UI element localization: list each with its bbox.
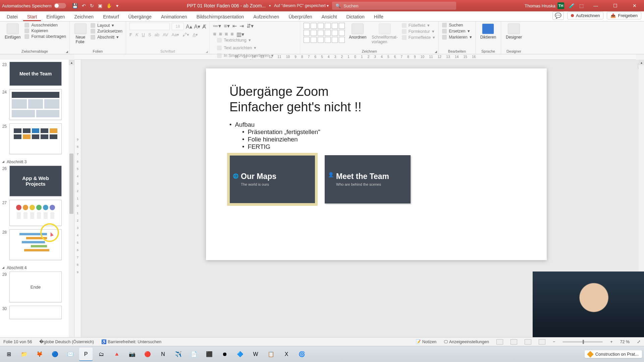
dictate-button[interactable]: Diktieren	[479, 23, 497, 40]
expand-icon[interactable]: ◢	[206, 50, 208, 53]
tab-datei[interactable]: Datei	[3, 12, 22, 21]
thumbs-scrollbar[interactable]: ▴ ▾	[69, 60, 74, 352]
powerpoint-icon[interactable]: P	[79, 348, 93, 361]
vlc-icon[interactable]: 🔺	[110, 348, 123, 361]
app-icon[interactable]: 🔷	[233, 348, 247, 361]
record-button[interactable]: Aufzeichnen	[567, 12, 604, 19]
outlook-icon[interactable]: ✉️	[64, 348, 77, 361]
language-status[interactable]: �globe Deutsch (Österreich)	[39, 339, 94, 344]
tab-aufzeichnen[interactable]: Aufzeichnen	[249, 12, 283, 21]
firefox-icon[interactable]: 🦊	[33, 348, 46, 361]
display-settings-button[interactable]: 🖵 Anzeigeeinstellungen	[444, 340, 489, 344]
italic-button[interactable]: K	[136, 32, 139, 37]
numbering-icon[interactable]: ≡▾	[224, 23, 229, 29]
zoom-slider[interactable]	[562, 341, 603, 343]
maximize-button[interactable]: ☐	[608, 0, 623, 11]
windows-taskbar[interactable]: ⊞ 📁 🦊 🔵 ✉️ P 🗂 🔺 📷 🔴 N ✈️ 📄 ⬛ ⏺ 🔷 W 📋 X …	[0, 346, 644, 362]
slide-thumb-27[interactable]	[9, 200, 62, 226]
app-icon[interactable]: 📋	[264, 348, 278, 361]
shape-effects-button[interactable]: Formeffekte ▾	[402, 35, 435, 40]
align-right-icon[interactable]: ≡	[225, 31, 228, 38]
slide-thumb-29[interactable]: Ende	[9, 272, 62, 302]
account-button[interactable]: Thomas Hruska TH	[525, 2, 564, 9]
zoom-level[interactable]: 72 %	[620, 340, 630, 344]
telegram-icon[interactable]: ✈️	[172, 348, 185, 361]
tab-zeichnen[interactable]: Zeichnen	[70, 12, 98, 21]
app-icon[interactable]: 📷	[125, 348, 139, 361]
minimize-button[interactable]: —	[588, 0, 603, 11]
increase-font-icon[interactable]: A▴	[186, 23, 192, 30]
slide-thumb-30[interactable]	[9, 306, 62, 319]
save-icon[interactable]: 💾	[72, 3, 78, 8]
onenote-icon[interactable]: N	[156, 348, 170, 361]
underline-button[interactable]: U	[142, 32, 145, 37]
fit-window-button[interactable]: ⤢	[637, 339, 641, 344]
section-header-4[interactable]: Abschnitt 4	[1, 263, 72, 272]
slide-title[interactable]: Übergänge Zoom Einfacher geht's nicht !!	[229, 84, 523, 115]
slide-thumb-24[interactable]	[9, 89, 62, 120]
indent-dec-icon[interactable]: ⇤	[232, 23, 237, 29]
app-icon[interactable]: 🗂	[95, 348, 108, 361]
close-button[interactable]: ✕	[627, 0, 642, 11]
section-button[interactable]: Abschnitt ▾	[91, 35, 122, 40]
tab-start[interactable]: Start	[23, 12, 41, 21]
replace-button[interactable]: Ersetzen ▾	[442, 28, 472, 34]
bold-button[interactable]: F	[129, 32, 132, 37]
indent-inc-icon[interactable]: ⇥	[239, 23, 244, 29]
find-button[interactable]: Suchen	[442, 23, 472, 27]
zoom-card-team[interactable]: 👤 Meet the Team Who are behind the scene…	[325, 155, 411, 203]
scroll-up-icon[interactable]: ▴	[639, 60, 644, 65]
expand-icon[interactable]: ◢	[66, 50, 68, 53]
share-button[interactable]: 📤Freigeben	[607, 12, 641, 19]
font-family-select[interactable]	[129, 23, 170, 30]
sorter-view-button[interactable]	[511, 339, 517, 345]
normal-view-button[interactable]	[496, 339, 503, 345]
align-text-button[interactable]: Text ausrichten ▾	[217, 45, 256, 50]
highlight-button[interactable]: 🖍▾	[182, 32, 189, 37]
tab-bildschirm[interactable]: Bildschirmpräsentation	[193, 12, 248, 21]
shape-outline-button[interactable]: Formkontur ▾	[402, 29, 435, 34]
clear-format-icon[interactable]: Ⱥ	[202, 23, 206, 30]
reset-button[interactable]: Zurücksetzen	[91, 29, 122, 34]
decrease-font-icon[interactable]: A▾	[194, 23, 201, 30]
align-left-icon[interactable]: ≡	[213, 31, 216, 38]
ribbon-display-icon[interactable]: ⬚	[579, 3, 584, 8]
zoom-card-maps[interactable]: 🌐 Our Maps The world is ours	[229, 155, 315, 203]
shapes-gallery[interactable]	[304, 23, 345, 43]
excel-icon[interactable]: X	[280, 348, 293, 361]
autosave-toggle[interactable]	[54, 3, 66, 8]
copy-button[interactable]: Kopieren	[24, 28, 66, 33]
notification-toast[interactable]: Construction on Prat...	[585, 350, 642, 358]
app-icon[interactable]: ⏺	[218, 348, 231, 361]
explorer-icon[interactable]: 📁	[17, 348, 31, 361]
font-size-select[interactable]: 18	[172, 23, 184, 30]
expand-icon[interactable]: ◢	[435, 50, 437, 53]
shape-fill-button[interactable]: Fülleffekt ▾	[402, 23, 435, 28]
text-direction-button[interactable]: Textrichtung ▾	[217, 38, 251, 43]
spacing-button[interactable]: AV	[163, 32, 168, 37]
zoom-out-button[interactable]: −	[553, 340, 555, 344]
smartart-button[interactable]: In SmartArt konvertieren ▾	[217, 53, 273, 58]
edge-icon[interactable]: 🌀	[295, 348, 309, 361]
case-button[interactable]: Aa▾	[171, 32, 179, 37]
coming-soon-icon[interactable]: 🧪	[569, 3, 575, 8]
tab-entwurf[interactable]: Entwurf	[99, 12, 123, 21]
tab-einfuegen[interactable]: Einfügen	[42, 12, 69, 21]
layout-button[interactable]: Layout ▾	[91, 23, 122, 28]
comments-icon[interactable]: 💬	[552, 11, 564, 20]
word-icon[interactable]: W	[249, 348, 262, 361]
undo-icon[interactable]: ↶	[82, 3, 86, 8]
tab-ansicht[interactable]: Ansicht	[317, 12, 341, 21]
reading-view-button[interactable]	[525, 339, 531, 345]
present-from-start-icon[interactable]: ▣	[98, 3, 102, 8]
scroll-up-icon[interactable]: ▴	[69, 60, 74, 65]
slide-counter[interactable]: Folie 10 von 56	[3, 340, 32, 344]
app-icon[interactable]: 📄	[187, 348, 201, 361]
fontcolor-button[interactable]: A▾	[193, 32, 198, 37]
start-button[interactable]: ⊞	[2, 348, 15, 361]
current-slide[interactable]: Übergänge Zoom Einfacher geht's nicht !!…	[206, 68, 547, 260]
search-input[interactable]: 🔍 Suchen	[332, 2, 456, 10]
justify-icon[interactable]: ≡	[230, 31, 233, 38]
slide-thumb-26[interactable]: App & Web Projects	[9, 166, 62, 196]
qat-more-icon[interactable]: ▾	[116, 3, 118, 8]
